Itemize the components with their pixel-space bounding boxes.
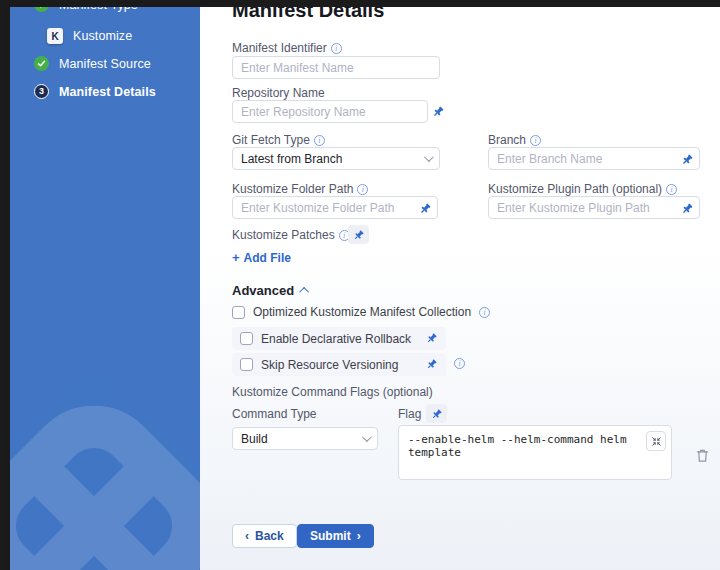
wizard-modal: Manifest Type K Kustomize Manifest Sourc… bbox=[0, 0, 720, 570]
plugin-path-label: Kustomize Plugin Path (optional) i bbox=[488, 183, 677, 196]
plugin-path-field bbox=[488, 196, 700, 219]
chevron-down-icon bbox=[424, 152, 434, 162]
selected-value: Latest from Branch bbox=[241, 152, 342, 166]
advanced-toggle[interactable]: Advanced bbox=[232, 283, 309, 298]
info-icon[interactable]: i bbox=[314, 135, 325, 146]
info-icon[interactable]: i bbox=[530, 135, 541, 146]
expand-icon bbox=[651, 436, 662, 447]
trash-icon bbox=[696, 448, 709, 463]
submit-label: Submit bbox=[310, 529, 351, 543]
chevron-right-icon: › bbox=[357, 530, 361, 542]
back-label: Back bbox=[255, 529, 284, 543]
flag-textarea[interactable]: --enable-helm --helm-command helm templa… bbox=[398, 425, 672, 480]
chevron-left-icon: ‹ bbox=[245, 530, 249, 542]
add-file-label: Add File bbox=[244, 251, 291, 265]
harness-logo-watermark bbox=[10, 362, 200, 570]
branch-input[interactable] bbox=[488, 147, 700, 170]
optimized-collection-row: Optimized Kustomize Manifest Collection … bbox=[232, 305, 490, 319]
chevron-up-icon bbox=[299, 287, 309, 297]
step-number-badge: 3 bbox=[34, 84, 49, 99]
declarative-rollback-row: Enable Declarative Rollback bbox=[232, 327, 446, 350]
selected-value: Build bbox=[241, 432, 268, 446]
kustomize-icon: K bbox=[47, 28, 63, 44]
label-text: Kustomize Patches bbox=[232, 229, 335, 242]
skip-versioning-checkbox[interactable] bbox=[240, 358, 253, 371]
info-icon[interactable]: i bbox=[331, 43, 342, 54]
checkbox-label: Skip Resource Versioning bbox=[261, 358, 398, 372]
stepper-sidebar: Manifest Type K Kustomize Manifest Sourc… bbox=[10, 7, 200, 570]
command-type-label: Command Type bbox=[232, 408, 317, 421]
step-kustomize[interactable]: K Kustomize bbox=[47, 28, 132, 44]
label-text: Manifest Identifier bbox=[232, 42, 327, 55]
label-text: Repository Name bbox=[232, 87, 325, 100]
label-text: Kustomize Plugin Path (optional) bbox=[488, 183, 662, 196]
step-manifest-type[interactable]: Manifest Type bbox=[34, 7, 138, 12]
patches-pin-button[interactable] bbox=[348, 225, 369, 244]
pin-icon bbox=[431, 408, 443, 420]
label-text: Command Type bbox=[232, 408, 317, 421]
check-icon bbox=[34, 7, 49, 12]
skip-versioning-row: Skip Resource Versioning bbox=[232, 353, 446, 376]
optimized-collection-checkbox[interactable] bbox=[232, 306, 245, 319]
declarative-rollback-checkbox[interactable] bbox=[240, 332, 253, 345]
submit-button[interactable]: Submit › bbox=[297, 524, 374, 548]
patches-label: Kustomize Patches i bbox=[232, 229, 350, 242]
pin-icon[interactable] bbox=[681, 152, 694, 170]
manifest-identifier-input[interactable] bbox=[232, 56, 440, 79]
flag-value: --enable-helm --helm-command helm templa… bbox=[408, 433, 637, 459]
step-manifest-source[interactable]: Manifest Source bbox=[34, 56, 151, 71]
pin-icon[interactable] bbox=[426, 330, 438, 348]
step-label: Kustomize bbox=[73, 29, 132, 43]
label-text: Kustomize Command Flags (optional) bbox=[232, 386, 433, 399]
git-fetch-type-label: Git Fetch Type i bbox=[232, 134, 325, 147]
step-label: Manifest Type bbox=[59, 7, 138, 12]
command-flags-section-label: Kustomize Command Flags (optional) bbox=[232, 386, 433, 399]
page-title: Manifest Details bbox=[232, 7, 384, 22]
plugin-path-input[interactable] bbox=[488, 196, 700, 219]
label-text: Kustomize Folder Path bbox=[232, 183, 353, 196]
label-text: Branch bbox=[488, 134, 526, 147]
pin-icon[interactable] bbox=[426, 356, 438, 374]
git-fetch-type-select[interactable]: Latest from Branch bbox=[232, 147, 440, 170]
manifest-details-panel: Manifest Details Manifest Identifier i R… bbox=[200, 7, 720, 570]
pin-icon[interactable] bbox=[419, 201, 432, 219]
flag-pin-button[interactable] bbox=[426, 404, 447, 423]
step-label: Manifest Source bbox=[59, 57, 151, 71]
pin-icon[interactable] bbox=[432, 104, 445, 122]
expand-editor-button[interactable] bbox=[646, 431, 666, 451]
plus-icon: + bbox=[232, 250, 240, 265]
folder-path-field bbox=[232, 196, 438, 219]
info-icon[interactable]: i bbox=[479, 307, 490, 318]
pin-icon bbox=[353, 229, 365, 241]
add-file-button[interactable]: + Add File bbox=[232, 250, 291, 265]
checkbox-label: Optimized Kustomize Manifest Collection bbox=[253, 305, 471, 319]
repository-name-input[interactable] bbox=[232, 100, 428, 123]
delete-flag-button[interactable] bbox=[696, 448, 709, 467]
info-icon[interactable]: i bbox=[454, 358, 465, 369]
flag-label: Flag bbox=[398, 408, 421, 421]
label-text: Flag bbox=[398, 408, 421, 421]
pin-icon[interactable] bbox=[681, 201, 694, 219]
back-button[interactable]: ‹ Back bbox=[232, 524, 297, 548]
step-label: Manifest Details bbox=[59, 85, 156, 99]
manifest-identifier-label: Manifest Identifier i bbox=[232, 42, 342, 55]
check-icon bbox=[34, 56, 49, 71]
label-text: Git Fetch Type bbox=[232, 134, 310, 147]
info-icon[interactable]: i bbox=[666, 184, 677, 195]
advanced-label: Advanced bbox=[232, 283, 294, 298]
repository-name-label: Repository Name bbox=[232, 87, 325, 100]
folder-path-label: Kustomize Folder Path i bbox=[232, 183, 368, 196]
command-type-select[interactable]: Build bbox=[232, 427, 378, 450]
step-manifest-details[interactable]: 3 Manifest Details bbox=[34, 84, 156, 99]
folder-path-input[interactable] bbox=[232, 196, 438, 219]
info-icon[interactable]: i bbox=[357, 184, 368, 195]
chevron-down-icon bbox=[362, 432, 372, 442]
branch-field bbox=[488, 147, 700, 170]
branch-label: Branch i bbox=[488, 134, 541, 147]
checkbox-label: Enable Declarative Rollback bbox=[261, 332, 411, 346]
